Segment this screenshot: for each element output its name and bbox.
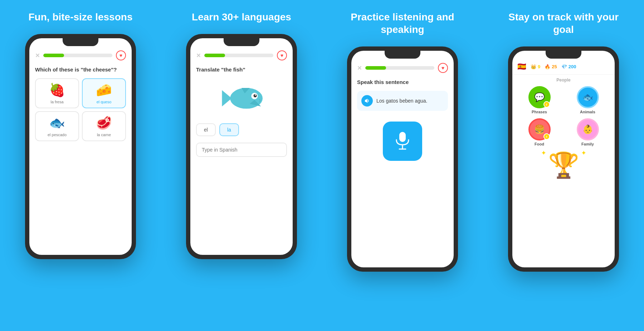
phone-3-notch: [385, 51, 420, 59]
svg-marker-7: [365, 99, 367, 103]
screen-2-content: ✕ ♥ Translate "the fish": [190, 46, 293, 255]
stats-bar: 🇪🇸 👑 9 🔥 25 💎 200: [512, 59, 615, 75]
chip-la[interactable]: la: [219, 123, 239, 136]
skills-grid: 💬 2 Phrases 🐟 Animals: [517, 86, 610, 146]
stat-fire: 🔥 25: [545, 64, 557, 69]
progress-track-2: [204, 54, 273, 57]
progress-row-3: ✕ ♥: [357, 63, 448, 73]
gem-value: 200: [569, 64, 576, 69]
progress-fill-2: [204, 54, 225, 57]
spain-flag-icon: 🇪🇸: [517, 62, 526, 71]
chip-el[interactable]: el: [196, 123, 216, 136]
progress-fill-1: [43, 54, 64, 57]
heart-badge-1: ♥: [116, 50, 126, 60]
mic-svg: [394, 131, 411, 151]
fish-illustration: [196, 80, 287, 116]
fresa-label: la fresa: [50, 100, 63, 104]
speaker-icon[interactable]: [361, 95, 373, 107]
panel-2-title: Learn 30+ languages: [192, 11, 291, 23]
skill-circle-food[interactable]: 🍔 3: [528, 118, 551, 140]
phone-1: ✕ ♥ Which of these is "the cheese"? 🍓 la…: [25, 34, 136, 259]
carne-label: la carne: [97, 133, 111, 137]
skill-circle-animals[interactable]: 🐟: [577, 86, 599, 108]
phone-1-screen: ✕ ♥ Which of these is "the cheese"? 🍓 la…: [29, 38, 132, 255]
crown-value: 9: [538, 64, 540, 69]
fire-value: 25: [552, 64, 557, 69]
phone-1-notch: [63, 38, 98, 46]
skill-circle-phrases[interactable]: 💬 2: [528, 86, 551, 108]
skill-circle-family[interactable]: 👶: [577, 118, 599, 140]
sentence-row: Los gatos beben agua.: [357, 91, 448, 111]
heart-badge-3: ♥: [438, 63, 448, 73]
owl-emoji: 🏆: [548, 153, 579, 178]
close-icon-3[interactable]: ✕: [357, 65, 362, 71]
mic-button[interactable]: [383, 122, 422, 161]
skill-family: 👶 Family: [566, 118, 610, 146]
heart-badge-2: ♥: [277, 50, 287, 60]
people-section-title: People: [517, 78, 610, 83]
pescado-label: el pescado: [48, 133, 67, 137]
panel-1: Fun, bite-size lessons ✕ ♥ Which of thes…: [0, 0, 161, 331]
food-emoji: 🍔: [534, 124, 545, 134]
progress-track-3: [365, 66, 434, 70]
image-grid-1: 🍓 la fresa 🧀 el queso 🐟 el pescado 🥩 la …: [35, 78, 126, 141]
skill-food: 🍔 3 Food: [517, 118, 561, 146]
queso-label: el queso: [97, 100, 112, 104]
speaker-svg: [364, 98, 370, 104]
sparkle-right-icon: ✦: [581, 149, 586, 157]
phone-2: ✕ ♥ Translate "the fish": [186, 34, 297, 259]
progress-track-1: [43, 54, 112, 57]
svg-rect-8: [399, 132, 406, 142]
phrases-emoji: 💬: [534, 92, 545, 102]
phone-2-notch: [224, 38, 259, 46]
card-carne[interactable]: 🥩 la carne: [82, 111, 126, 141]
progress-row-2: ✕ ♥: [196, 50, 287, 60]
family-emoji: 👶: [582, 124, 593, 134]
question-text-3: Speak this sentence: [357, 79, 448, 86]
card-queso[interactable]: 🧀 el queso: [82, 78, 126, 108]
question-text-1: Which of these is "the cheese"?: [35, 66, 126, 73]
family-label: Family: [581, 142, 594, 146]
phone-4-screen: 🇪🇸 👑 9 🔥 25 💎 200 Pe: [512, 51, 615, 267]
fresa-emoji: 🍓: [49, 83, 65, 98]
panel-1-title: Fun, bite-size lessons: [29, 11, 133, 23]
panel-2: Learn 30+ languages ✕ ♥ Translate "the f…: [161, 0, 322, 331]
screen-4-content: 🇪🇸 👑 9 🔥 25 💎 200 Pe: [512, 59, 615, 267]
fish-svg: [218, 80, 265, 116]
panel-4-title: Stay on track with your goal: [503, 11, 624, 36]
card-fresa[interactable]: 🍓 la fresa: [35, 78, 79, 108]
owl-trophy: ✦ ✦ 🏆: [517, 149, 610, 178]
phrases-label: Phrases: [532, 110, 547, 114]
close-icon-1[interactable]: ✕: [35, 52, 40, 59]
queso-emoji: 🧀: [96, 83, 112, 98]
crown-icon: 👑: [531, 64, 536, 69]
panel-4: Stay on track with your goal 🇪🇸 👑 9 🔥 25: [483, 0, 644, 331]
phone-4-notch: [546, 51, 581, 59]
pescado-emoji: 🐟: [49, 115, 65, 130]
type-spanish-input[interactable]: [196, 143, 287, 157]
progress-fill-3: [365, 66, 386, 70]
phone-3-screen: ✕ ♥ Speak this sentence Los gato: [351, 51, 454, 267]
progress-row-1: ✕ ♥: [35, 50, 126, 60]
screen-1-content: ✕ ♥ Which of these is "the cheese"? 🍓 la…: [29, 46, 132, 255]
animals-label: Animals: [580, 110, 595, 114]
svg-point-6: [255, 94, 256, 96]
skill-phrases: 💬 2 Phrases: [517, 86, 561, 114]
fire-icon: 🔥: [545, 64, 550, 69]
gem-icon: 💎: [561, 64, 567, 69]
sparkle-left-icon: ✦: [541, 149, 546, 157]
word-chips: el la: [196, 123, 287, 136]
animals-emoji: 🐟: [582, 92, 593, 102]
sentence-text: Los gatos beben agua.: [376, 98, 427, 104]
card-pescado[interactable]: 🐟 el pescado: [35, 111, 79, 141]
skill-animals: 🐟 Animals: [566, 86, 610, 114]
stat-crown: 👑 9: [531, 64, 540, 69]
stat-gem: 💎 200: [561, 64, 576, 69]
phone-2-screen: ✕ ♥ Translate "the fish": [190, 38, 293, 255]
phrases-badge: 2: [543, 101, 550, 108]
close-icon-2[interactable]: ✕: [196, 52, 201, 59]
food-badge: 3: [543, 133, 550, 140]
phone-4: 🇪🇸 👑 9 🔥 25 💎 200 Pe: [508, 46, 619, 272]
food-label: Food: [535, 142, 544, 146]
carne-emoji: 🥩: [96, 115, 112, 130]
